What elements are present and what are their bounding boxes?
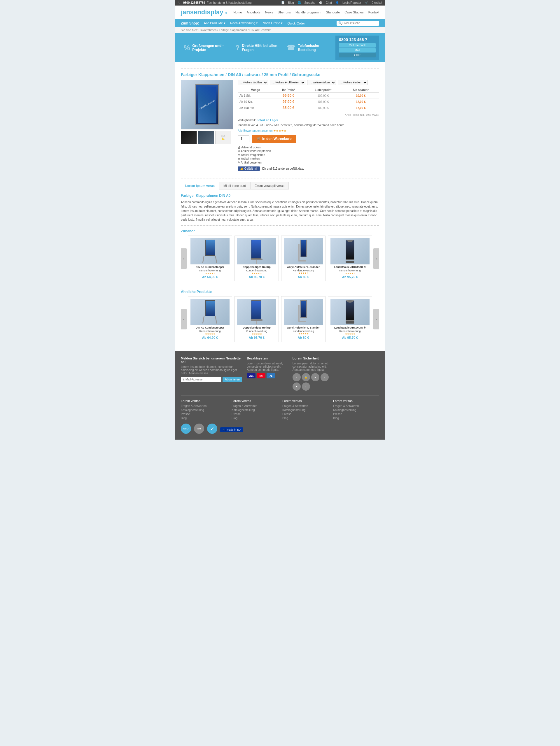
footer-link-blog-4[interactable]: Blog	[333, 417, 379, 420]
profile-select[interactable]: ... Weitere Profilbreiten	[270, 80, 305, 85]
th-menge: Menge	[238, 87, 273, 93]
nav-case[interactable]: Case Studies	[344, 10, 363, 14]
footer-link-press-3[interactable]: Presse	[282, 412, 329, 416]
tab-2[interactable]: Exum veras pli veras	[250, 182, 289, 190]
promo-title-3: Telefonische Bestellung	[298, 44, 333, 52]
card-rating-label: Kundenbewertung	[331, 330, 369, 333]
product-options: ... Weitere Größen ... Weitere Profilbre…	[238, 80, 379, 85]
nav-alle-produkte[interactable]: Alle Produkte ▾	[204, 21, 225, 25]
nav-kontakt[interactable]: Kontakt	[368, 10, 379, 14]
zum-shop-label: Zum Shop:	[181, 21, 199, 25]
thumb-3[interactable]: 25.5 📐	[215, 131, 231, 144]
size-select[interactable]: ... Weitere Größen	[238, 80, 268, 85]
newsletter-input[interactable]	[181, 377, 221, 382]
footer-link-catalog-1[interactable]: Katalogbestellung	[181, 408, 227, 412]
cart-link[interactable]: 0 Artikel	[371, 1, 382, 4]
thumb-1[interactable]	[181, 131, 197, 144]
quantity-input[interactable]	[238, 135, 249, 142]
security-icons: ✓ 🔒 ★ ✓ ★ ✓	[292, 373, 334, 391]
product-card[interactable]: Doppelseitiges RollUp Kundenbewertung ★★…	[234, 235, 279, 281]
footer-link-blog-2[interactable]: Blog	[231, 417, 278, 420]
footer-link-catalog-2[interactable]: Katalogbestellung	[231, 408, 278, 412]
add-to-cart-button[interactable]: 🛒 In den Warenkorb	[252, 135, 296, 143]
nav-news[interactable]: News	[265, 10, 273, 14]
nav-quick-order[interactable]: Quick-Order	[287, 22, 305, 25]
footer-link-catalog-3[interactable]: Katalogbestellung	[282, 408, 329, 412]
action-rate[interactable]: ✎ Artikel bewerten	[238, 161, 379, 164]
delivery-info: Innerhalb von 4 Std. und 57 Min. bestell…	[238, 124, 379, 127]
thumb-3-icon: 📐	[222, 137, 225, 140]
footer-link-faq-2[interactable]: Fragen & Antworten	[231, 404, 278, 407]
sim-next-arrow[interactable]: ›	[373, 309, 379, 329]
acc-prev-arrow[interactable]: ‹	[181, 248, 187, 269]
promo-item-3: ☎ Telefonische Bestellung	[284, 35, 335, 60]
nav-angebote[interactable]: Angebote	[247, 10, 260, 14]
rating-text: Alle Bewertungen ansehen	[238, 129, 273, 132]
actions: 🖨 Artikel drucken ✉ Artikel weiterempfeh…	[238, 146, 379, 164]
card-rating-label: Kundenbewertung	[331, 269, 369, 272]
tab-0[interactable]: Lorem ipsum veras	[181, 182, 219, 190]
promo-title-2: Direkte Hilfe bei allen Fragen	[242, 44, 281, 52]
breadcrumb-text: Sie sind hier: Plakatrahmen / Farbige Kl…	[181, 29, 271, 32]
footer-links-grid: Lorem veritas Fragen & Antworten Katalog…	[181, 395, 379, 421]
product-main-image[interactable]: 70×100_vertical	[181, 80, 233, 130]
product-card[interactable]: DIN A0 Kundenstopper Kundenbewertung ★★★…	[188, 235, 232, 281]
nav-nach-groesse[interactable]: Nach Größe ▾	[262, 21, 283, 25]
card-price: Ab 95,70 €	[237, 336, 276, 339]
cart-icon: 🛒	[365, 1, 368, 4]
logo-left: jansen	[181, 8, 201, 16]
mail-link[interactable]: Mail	[339, 48, 376, 53]
action-recommend[interactable]: ✉ Artikel weiterempfehlen	[238, 149, 379, 153]
product-card[interactable]: Leuchtsäule ARCUATO ® Kundenbewertung ★★…	[328, 296, 372, 342]
action-compare[interactable]: ⚖ Artikel Vergleichen	[238, 153, 379, 156]
footer-link-press-2[interactable]: Presse	[231, 412, 278, 416]
call-back-link[interactable]: Call me back	[339, 43, 376, 48]
search-input[interactable]	[342, 22, 377, 25]
footer-link-press-4[interactable]: Presse	[333, 412, 379, 416]
thumb-2[interactable]	[198, 131, 214, 144]
login-link[interactable]: Login/Register	[342, 1, 361, 4]
sim-prev-arrow[interactable]: ‹	[181, 309, 187, 329]
social-row: 👍 Gefällt mir Dir und 512 anderen gefäll…	[238, 167, 379, 171]
facebook-like-button[interactable]: 👍 Gefällt mir	[238, 167, 260, 171]
footer-link-blog-1[interactable]: Blog	[181, 417, 227, 420]
nav-standorte[interactable]: Standorte	[326, 10, 340, 14]
footer: Melden Sie sich bei unserem Newsletter a…	[175, 351, 385, 440]
blog-link[interactable]: Blog	[288, 1, 294, 4]
product-card[interactable]: DIN A0 Kundenstopper Kundenbewertung ★★★…	[188, 296, 232, 342]
product-img-inner: 70×100_vertical	[195, 84, 219, 125]
rating-link[interactable]: Alle Bewertungen ansehen	[238, 129, 273, 132]
nav-home[interactable]: Home	[233, 10, 242, 14]
footer-link-press-1[interactable]: Presse	[181, 412, 227, 416]
newsletter-button[interactable]: Abonnieren	[223, 377, 242, 382]
chat-promo-link[interactable]: Chat	[339, 53, 376, 57]
search-icon: 🔍	[338, 21, 342, 25]
promo-contact: 0800 123 456 7 Call me back Mail Chat	[335, 35, 379, 60]
language-link[interactable]: Sprache	[305, 1, 315, 4]
product-card[interactable]: Acryl-Aufsteller L-Ständer Kundenbewertu…	[281, 296, 326, 342]
corner-select[interactable]: ... Weitere Ecken	[307, 80, 336, 85]
promo-icon-1: %	[184, 44, 190, 52]
nav-haendler[interactable]: Händlerprogramm	[296, 10, 321, 14]
made-in-eu-badge: 🇪🇺 made in EU	[220, 427, 243, 432]
product-card[interactable]: Doppelseitiges RollUp Kundenbewertung ★★…	[234, 296, 279, 342]
chat-link[interactable]: Chat	[326, 1, 332, 4]
product-card[interactable]: Acryl-Aufsteller L-Ständer Kundenbewertu…	[281, 235, 326, 281]
action-print[interactable]: 🖨 Artikel drucken	[238, 146, 379, 149]
acc-next-arrow[interactable]: ›	[373, 248, 379, 269]
footer-link-catalog-4[interactable]: Katalogbestellung	[333, 408, 379, 412]
footer-link-faq-4[interactable]: Fragen & Antworten	[333, 404, 379, 407]
footer-link-faq-1[interactable]: Fragen & Antworten	[181, 404, 227, 407]
color-select[interactable]: ... Weitere Farben	[338, 80, 367, 85]
tab-1[interactable]: Mi pli bone sunt	[219, 182, 250, 190]
tab-content: Farbiger Klapprahmen DIN A0 Aenean commo…	[181, 193, 379, 222]
action-bookmark[interactable]: ★ Artikel merken	[238, 157, 379, 160]
card-rating-label: Kundenbewertung	[191, 330, 229, 333]
card-price: Ab 64,90 €	[191, 275, 229, 279]
product-card[interactable]: Leuchtsäule ARCUATO ® Kundenbewertung ★★…	[328, 235, 372, 281]
footer-link-blog-3[interactable]: Blog	[282, 417, 329, 420]
product-info: ... Weitere Größen ... Weitere Profilbre…	[238, 80, 379, 174]
footer-link-faq-3[interactable]: Fragen & Antworten	[282, 404, 329, 407]
nav-nach-anwendung[interactable]: Nach Anwendung ▾	[230, 21, 258, 25]
nav-ueber[interactable]: Über uns	[278, 10, 291, 14]
